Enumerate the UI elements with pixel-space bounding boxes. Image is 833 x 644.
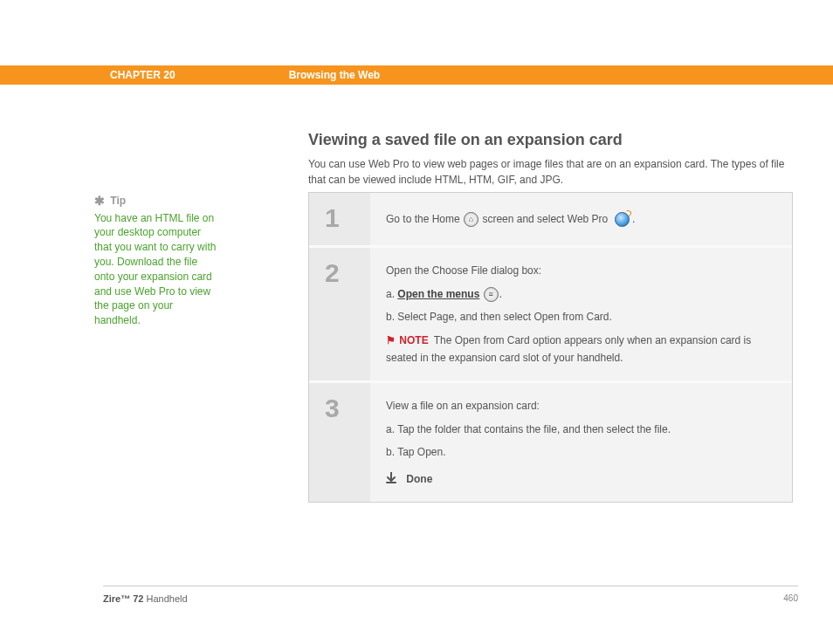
note-flag-icon: ⚑ bbox=[386, 334, 396, 346]
step2-title: Open the Choose File dialog box: bbox=[386, 262, 776, 279]
section-heading: Viewing a saved file on an expansion car… bbox=[308, 131, 797, 149]
step-number: 1 bbox=[309, 193, 370, 245]
done-arrow-icon bbox=[386, 472, 398, 484]
step-number: 2 bbox=[309, 248, 370, 380]
step-row: 1 Go to the Home ⌂ screen and select Web… bbox=[309, 193, 792, 245]
step-body: Open the Choose File dialog box: a. Open… bbox=[370, 248, 792, 380]
page-footer: Zire™ 72 Handheld 460 bbox=[103, 586, 798, 604]
step1-text-post: screen and select Web Pro bbox=[482, 213, 610, 225]
step-body: Go to the Home ⌂ screen and select Web P… bbox=[370, 193, 792, 245]
note-label: NOTE bbox=[399, 334, 428, 346]
step3-sub-a: a. Tap the folder that contains the file… bbox=[386, 421, 776, 438]
step-number: 3 bbox=[309, 383, 370, 502]
tip-label: Tip bbox=[110, 195, 126, 207]
section-intro-block: Viewing a saved file on an expansion car… bbox=[308, 131, 797, 188]
step2-a-post bbox=[479, 288, 482, 300]
home-icon: ⌂ bbox=[464, 212, 478, 227]
step2-note: ⚑ NOTEThe Open from Card option appears … bbox=[386, 332, 776, 367]
step2-a-end: . bbox=[499, 288, 502, 300]
menu-icon: ≡ bbox=[484, 287, 499, 302]
step-row: 3 View a file on an expansion card: a. T… bbox=[309, 380, 792, 502]
step3-sub-b: b. Tap Open. bbox=[386, 443, 776, 461]
step1-text-end: . bbox=[632, 213, 635, 225]
done-label: Done bbox=[406, 473, 432, 485]
webpro-globe-icon bbox=[615, 212, 630, 227]
step-body: View a file on an expansion card: a. Tap… bbox=[370, 383, 792, 502]
step2-sub-a: a. Open the menus ≡. bbox=[386, 285, 776, 303]
page-number: 460 bbox=[783, 593, 798, 604]
step1-text-pre: Go to the Home bbox=[386, 213, 463, 225]
sidebar-tip: ✱ Tip You have an HTML file on your desk… bbox=[94, 192, 217, 328]
step2-sub-b: b. Select Page, and then select Open fro… bbox=[386, 308, 776, 325]
product-bold: Zire™ 72 bbox=[103, 593, 143, 604]
done-row: Done bbox=[386, 470, 776, 488]
product-rest: Handheld bbox=[143, 593, 187, 604]
chapter-title: Browsing the Web bbox=[289, 69, 380, 81]
steps-container: 1 Go to the Home ⌂ screen and select Web… bbox=[308, 192, 793, 503]
section-intro: You can use Web Pro to view web pages or… bbox=[308, 156, 797, 188]
note-text: The Open from Card option appears only w… bbox=[386, 334, 751, 364]
step2-a-pre: a. bbox=[386, 288, 397, 300]
chapter-label: CHAPTER 20 bbox=[110, 69, 176, 81]
product-name: Zire™ 72 Handheld bbox=[103, 593, 188, 604]
open-the-menus-link[interactable]: Open the menus bbox=[397, 288, 479, 300]
chapter-header-bar: CHAPTER 20 Browsing the Web bbox=[0, 65, 833, 85]
step3-title: View a file on an expansion card: bbox=[386, 397, 776, 414]
tip-body: You have an HTML file on your desktop co… bbox=[94, 211, 217, 328]
step-row: 2 Open the Choose File dialog box: a. Op… bbox=[309, 245, 792, 380]
asterisk-icon: ✱ bbox=[94, 194, 105, 208]
